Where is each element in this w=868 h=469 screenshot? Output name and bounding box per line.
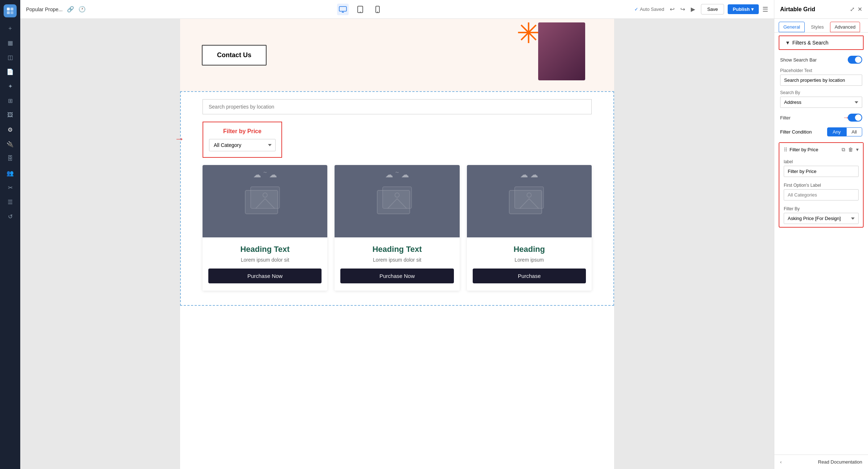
- sidebar-database-icon[interactable]: 🗄: [4, 152, 17, 165]
- hamburger-menu[interactable]: ☰: [762, 5, 768, 13]
- filter-item-name: Filter by Price: [790, 147, 842, 152]
- card-image-3: ☁ ☁: [467, 165, 592, 237]
- desktop-btn[interactable]: [337, 4, 349, 15]
- read-docs-link[interactable]: Read Documentation: [818, 459, 862, 465]
- svg-rect-1: [10, 8, 13, 10]
- panel-tabs: General Styles Advanced: [774, 19, 868, 33]
- placeholder-text-label: Placeholder Text: [780, 68, 862, 73]
- filter-label-group: label: [779, 156, 863, 180]
- panel-title: Airtable Grid: [780, 6, 815, 13]
- cloud-icon: ☁: [385, 170, 393, 179]
- card-desc-1: Lorem ipsum dolor sit: [208, 257, 322, 263]
- sidebar-integrations-icon[interactable]: ✦: [4, 80, 17, 93]
- sidebar-image-icon[interactable]: 🖼: [4, 109, 17, 122]
- save-button[interactable]: Save: [701, 4, 724, 14]
- sidebar-settings-icon[interactable]: ⚙: [4, 123, 17, 136]
- filter-label-field-label: label: [784, 159, 859, 164]
- purchase-btn-1[interactable]: Purchase Now: [208, 269, 322, 283]
- decorative-star: ✳: [516, 22, 541, 48]
- sidebar-users-icon[interactable]: 👥: [4, 166, 17, 179]
- search-by-select[interactable]: Address: [780, 97, 862, 108]
- mobile-btn[interactable]: [372, 4, 383, 15]
- property-card-2: ☁ 〜 ☁ Heading T: [335, 165, 459, 291]
- page-title: Popular Prope...: [26, 7, 63, 12]
- filter-label-input[interactable]: [784, 166, 859, 177]
- sidebar-layout-icon[interactable]: ◫: [4, 51, 17, 64]
- left-sidebar: ＋ ▦ ◫ 📄 ✦ ⊞ 🖼 ⚙ 🔌 🗄 👥 ✂ ☰ ↺: [0, 0, 20, 469]
- sidebar-table-icon[interactable]: ☰: [4, 195, 17, 208]
- undo-btn[interactable]: ↩: [668, 4, 677, 14]
- sidebar-history-icon[interactable]: ↺: [4, 210, 17, 223]
- preview-btn[interactable]: ▶: [689, 4, 697, 14]
- placeholder-text-input[interactable]: [780, 75, 862, 86]
- show-search-bar-toggle[interactable]: [848, 56, 862, 64]
- category-select[interactable]: All Category: [209, 139, 276, 151]
- app-logo[interactable]: [4, 4, 17, 17]
- sidebar-tools-icon[interactable]: ✂: [4, 181, 17, 194]
- cloud-icon: ☁: [530, 170, 538, 179]
- svg-point-10: [377, 12, 378, 12]
- canvas-area: Contact Us ✳ Filter by Price All Categor…: [20, 19, 774, 469]
- panel-header: Airtable Grid ⤢ ✕: [774, 0, 868, 19]
- drag-handle-icon[interactable]: ⠿: [784, 147, 787, 153]
- cards-grid: ☁ 〜 ☁ Heading T: [203, 165, 592, 291]
- card-desc-3: Lorem ipsum: [473, 257, 586, 263]
- show-search-bar-row: Show Search Bar: [774, 53, 868, 67]
- tablet-btn[interactable]: [354, 4, 366, 15]
- search-input[interactable]: [203, 99, 592, 114]
- filter-delete-icon[interactable]: 🗑: [848, 147, 853, 153]
- hero-section: Contact Us ✳: [180, 19, 614, 91]
- sidebar-blocks-icon[interactable]: ⊞: [4, 94, 17, 107]
- property-card-1: ☁ 〜 ☁ Heading T: [203, 165, 327, 291]
- first-option-input[interactable]: [784, 189, 859, 200]
- condition-all-btn[interactable]: All: [846, 127, 862, 136]
- chevron-left-icon: ‹: [780, 459, 782, 465]
- sidebar-page-icon[interactable]: 📄: [4, 65, 17, 78]
- arrow-indicator: →: [174, 133, 184, 145]
- tab-advanced[interactable]: Advanced: [830, 22, 860, 32]
- filter-copy-icon[interactable]: ⧉: [842, 147, 845, 153]
- property-card-3: ☁ ☁ Heading Lorem: [467, 165, 592, 291]
- tab-styles[interactable]: Styles: [806, 22, 828, 32]
- panel-expand-icon[interactable]: ⤢: [850, 6, 855, 13]
- filter-by-select[interactable]: Asking Price [For Design]: [784, 213, 859, 224]
- filter-item: ⠿ Filter by Price ⧉ 🗑 ▾ label First Opti…: [779, 142, 864, 228]
- sidebar-add-icon[interactable]: ＋: [4, 22, 17, 35]
- redo-btn[interactable]: ↪: [678, 4, 687, 14]
- placeholder-text-group: Placeholder Text: [774, 67, 868, 89]
- filter-box: Filter by Price All Category →: [203, 122, 282, 158]
- search-by-label: Search By: [780, 90, 862, 95]
- purchase-btn-2[interactable]: Purchase Now: [340, 269, 454, 283]
- purchase-btn-3[interactable]: Purchase: [473, 269, 586, 283]
- hero-image: ✳: [513, 22, 585, 80]
- cloud-icon: ☁: [520, 170, 528, 179]
- undo-redo-group: ↩ ↪ ▶: [668, 4, 697, 14]
- svg-rect-3: [10, 11, 13, 14]
- filter-toggle[interactable]: [848, 114, 862, 122]
- condition-any-btn[interactable]: Any: [827, 127, 846, 136]
- sidebar-dashboard-icon[interactable]: ▦: [4, 36, 17, 49]
- filters-search-toggle[interactable]: ▼ Filters & Search: [779, 35, 864, 50]
- filter-toggle-label: Filter: [780, 115, 791, 121]
- publish-button[interactable]: Publish ▾: [728, 4, 759, 14]
- hero-person-image: [538, 22, 585, 80]
- main-area: Popular Prope... 🔗 🕐 ✓ Auto Saved ↩ ↪ ▶: [20, 0, 774, 469]
- card-image-1: ☁ 〜 ☁: [203, 165, 327, 237]
- tab-general[interactable]: General: [779, 22, 805, 32]
- link-icon[interactable]: 🔗: [67, 6, 74, 13]
- contact-us-button[interactable]: Contact Us: [202, 45, 267, 66]
- filter-condition-row: Filter Condition Any All: [774, 124, 868, 139]
- panel-close-icon[interactable]: ✕: [858, 6, 862, 13]
- filter-by-label: Filter By: [784, 206, 859, 211]
- history-icon[interactable]: 🕐: [78, 6, 86, 13]
- filter-expand-icon[interactable]: ▾: [856, 147, 859, 153]
- read-docs-footer[interactable]: ‹ Read Documentation: [774, 455, 868, 469]
- svg-rect-4: [339, 7, 346, 11]
- chevron-down-icon: ▼: [785, 40, 790, 46]
- cloud-icon: ☁: [253, 170, 261, 179]
- svg-rect-2: [7, 11, 10, 14]
- sidebar-plugin-icon[interactable]: 🔌: [4, 138, 17, 151]
- content-section: Filter by Price All Category → ☁ 〜: [180, 91, 614, 306]
- cloud-icon: ☁: [401, 170, 409, 179]
- search-by-group: Search By Address: [774, 89, 868, 111]
